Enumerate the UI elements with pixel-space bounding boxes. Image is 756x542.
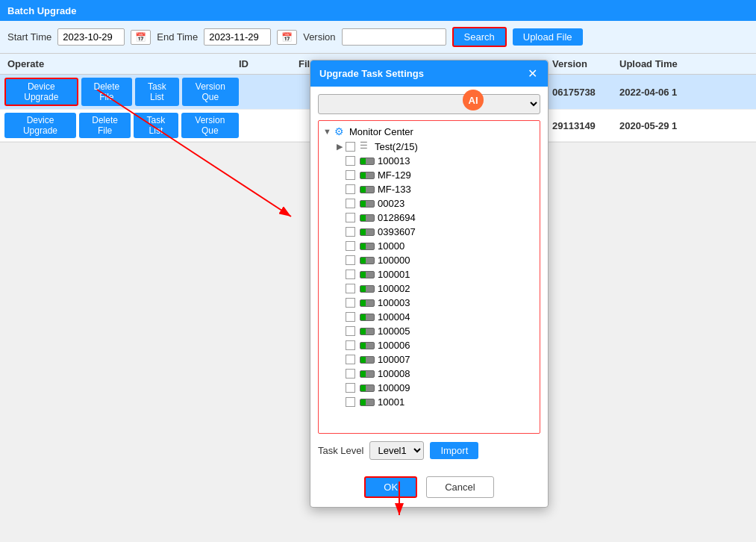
tree-item-checkbox[interactable]: [346, 383, 355, 393]
tree-item-checkbox[interactable]: [346, 397, 355, 407]
dialog-close-button[interactable]: ✕: [526, 66, 539, 81]
delete-file-btn-row2[interactable]: Delete File: [79, 113, 131, 138]
tree-item-label: 100000: [378, 255, 410, 266]
tree-collapse-arrow[interactable]: ▼: [323, 127, 331, 136]
upload-file-button[interactable]: Upload File: [513, 28, 583, 46]
tree-item-checkbox[interactable]: [346, 170, 355, 180]
device-icon: [360, 257, 375, 264]
tree-item-checkbox[interactable]: [346, 284, 355, 293]
tree-group-arrow[interactable]: ▶: [337, 142, 343, 152]
tree-item-checkbox[interactable]: [346, 199, 355, 208]
tree-item-label: 100004: [378, 311, 410, 323]
list-item[interactable]: 100004: [319, 310, 540, 324]
tree-item-label: 10001: [378, 396, 404, 408]
list-item[interactable]: 10000: [319, 239, 540, 253]
search-button[interactable]: Search: [452, 27, 507, 47]
version-que-btn-row1[interactable]: Version Que: [182, 78, 239, 106]
tree-item-checkbox[interactable]: [346, 340, 355, 350]
tree-item-checkbox[interactable]: [346, 227, 355, 237]
tree-item-checkbox[interactable]: [346, 184, 355, 194]
row1-operate: Device Upgrade Delete File Task List Ver…: [0, 78, 239, 106]
col-header-id: ID: [239, 58, 299, 69]
tree-group-checkbox[interactable]: [346, 142, 355, 152]
task-level-select[interactable]: Level1 Level2 Level3: [369, 441, 424, 460]
device-icon: [360, 158, 375, 165]
dialog-body: ▼ ⚙ Monitor Center ▶ ☰ Test(2/15) 100013…: [310, 87, 548, 467]
list-item[interactable]: 00023: [319, 196, 540, 211]
version-input[interactable]: [342, 28, 446, 46]
tree-item-label: 0393607: [378, 226, 416, 237]
dialog-dropdown[interactable]: [318, 94, 540, 114]
task-list-btn-row2[interactable]: Task List: [134, 113, 178, 138]
task-level-row: Task Level Level1 Level2 Level3 Import: [318, 441, 540, 460]
list-item[interactable]: 100002: [319, 281, 540, 296]
list-item[interactable]: 0128694: [319, 211, 540, 225]
start-time-input[interactable]: [57, 28, 125, 46]
tree-item-checkbox[interactable]: [346, 156, 355, 166]
ok-button[interactable]: OK: [364, 476, 417, 498]
title-text: Batch Upgrade: [7, 5, 76, 16]
ai-badge: AI: [463, 90, 484, 110]
tree-item-checkbox[interactable]: [346, 326, 355, 336]
tree-group-test[interactable]: ▶ ☰ Test(2/15): [319, 139, 540, 154]
tree-item-checkbox[interactable]: [346, 270, 355, 279]
list-item[interactable]: 100007: [319, 352, 540, 367]
cancel-button[interactable]: Cancel: [426, 476, 493, 498]
tree-item-checkbox[interactable]: [346, 213, 355, 222]
delete-file-btn-row1[interactable]: Delete File: [81, 78, 132, 106]
dialog-titlebar: Upgrade Task Settings ✕: [310, 60, 548, 87]
toolbar: Start Time 📅 End Time 📅 Version Search U…: [0, 21, 756, 54]
list-icon: ☰: [360, 140, 372, 152]
tree-item-label: 100005: [378, 325, 410, 337]
list-item[interactable]: 0393607: [319, 225, 540, 239]
tree-item-checkbox[interactable]: [346, 255, 355, 265]
end-time-label: End Time: [157, 31, 198, 43]
list-item[interactable]: 10001: [319, 395, 540, 409]
device-icon: [360, 214, 375, 222]
list-item[interactable]: 100009: [319, 381, 540, 395]
list-item[interactable]: 100003: [319, 296, 540, 310]
tree-item-checkbox[interactable]: [346, 312, 355, 322]
device-upgrade-btn-row2[interactable]: Device Upgrade: [4, 113, 76, 138]
end-time-calendar-btn[interactable]: 📅: [277, 30, 297, 45]
tree-item-label: 100007: [378, 354, 410, 365]
list-item[interactable]: 100006: [319, 338, 540, 352]
list-item[interactable]: 100005: [319, 324, 540, 338]
device-icon: [360, 328, 375, 335]
tree-item-label: 100008: [378, 368, 410, 379]
gear-icon: ⚙: [334, 125, 346, 137]
tree-item-checkbox[interactable]: [346, 241, 355, 251]
device-icon: [360, 370, 375, 378]
tree-item-checkbox[interactable]: [346, 369, 355, 379]
version-que-btn-row2[interactable]: Version Que: [181, 113, 239, 138]
start-time-calendar-btn[interactable]: 📅: [131, 30, 151, 45]
device-icon: [360, 243, 375, 250]
list-item[interactable]: 100001: [319, 267, 540, 281]
tree-item-label: 100001: [378, 269, 410, 280]
tree-item-label: 0128694: [378, 212, 416, 223]
list-item[interactable]: MF-129: [319, 168, 540, 182]
device-upgrade-btn-row1[interactable]: Device Upgrade: [4, 78, 78, 106]
dialog-footer: OK Cancel: [310, 467, 548, 507]
task-list-btn-row1[interactable]: Task List: [135, 78, 179, 106]
device-icon: [360, 299, 375, 307]
list-item[interactable]: MF-133: [319, 182, 540, 196]
end-time-input[interactable]: [204, 28, 271, 46]
list-item[interactable]: 100013: [319, 154, 540, 168]
device-icon: [360, 186, 375, 193]
device-tree[interactable]: ▼ ⚙ Monitor Center ▶ ☰ Test(2/15) 100013…: [318, 120, 540, 434]
tree-root-label: Monitor Center: [349, 126, 413, 137]
tree-item-checkbox[interactable]: [346, 298, 355, 308]
device-icon: [360, 384, 375, 392]
col-header-uploadtime: Upload Time: [619, 58, 709, 69]
tree-item-label: MF-129: [378, 169, 411, 181]
col-header-operate: Operate: [0, 58, 239, 69]
tree-item-label: 100006: [378, 340, 410, 351]
import-button[interactable]: Import: [430, 442, 478, 459]
list-item[interactable]: 100008: [319, 367, 540, 381]
tree-item-checkbox[interactable]: [346, 355, 355, 364]
row2-operate: Device Upgrade Delete File Task List Ver…: [0, 113, 239, 138]
tree-item-label: 100003: [378, 297, 410, 308]
dialog-title: Upgrade Task Settings: [319, 68, 424, 79]
list-item[interactable]: 100000: [319, 253, 540, 267]
